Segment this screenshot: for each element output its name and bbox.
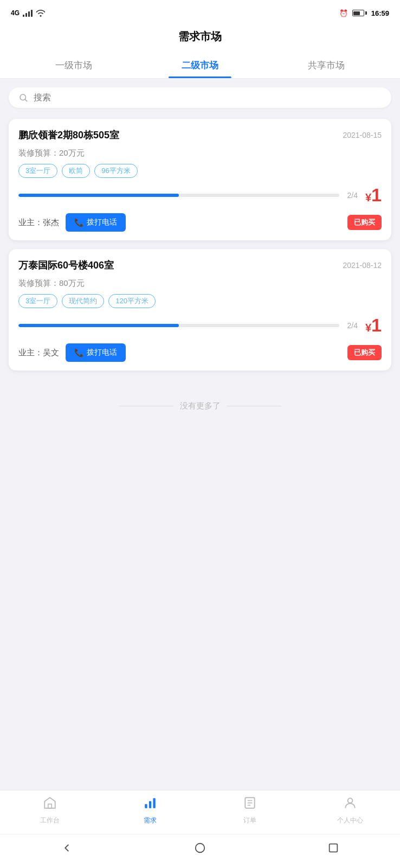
card1-call-button[interactable]: 📞 拨打电话 xyxy=(66,213,126,232)
tab-second-market[interactable]: 二级市场 xyxy=(137,52,263,78)
card2-tag-2: 120平方米 xyxy=(108,294,156,308)
card2-date: 2021-08-12 xyxy=(343,261,382,270)
phone-icon-2: 📞 xyxy=(74,348,83,357)
status-bar: 4G ⏰ 16:59 xyxy=(0,0,400,24)
card2-progress-text: 2/4 xyxy=(347,321,357,330)
card1-price: ¥1 xyxy=(365,184,382,206)
card2-footer: 业主：吴文 📞 拨打电话 已购买 xyxy=(18,343,382,362)
nav-demand-label: 需求 xyxy=(144,816,157,825)
card1-tag-0: 3室一厅 xyxy=(18,164,57,178)
nav-profile[interactable]: 个人中心 xyxy=(328,796,372,825)
tabs-container: 一级市场 二级市场 共享市场 xyxy=(0,52,400,79)
card1-header: 鹏欣领誉2期80栋505室 2021-08-15 xyxy=(18,129,382,142)
home-button[interactable] xyxy=(194,842,206,857)
nav-orders[interactable]: 订单 xyxy=(228,796,272,825)
no-more-indicator: 没有更多了 xyxy=(9,379,391,422)
bottom-nav: 工作台 需求 订单 个人中心 xyxy=(0,790,400,834)
card1-title: 鹏欣领誉2期80栋505室 xyxy=(18,129,119,142)
listing-card-2: 万泰国际60号楼406室 2021-08-12 装修预算：80万元 3室一厅 现… xyxy=(9,249,391,371)
card1-progress-row: 2/4 ¥1 xyxy=(18,184,382,206)
card2-purchased-badge: 已购买 xyxy=(347,345,382,360)
signal-bars-icon xyxy=(23,9,33,17)
card1-tag-2: 96平方米 xyxy=(94,164,137,178)
card2-budget: 装修预算：80万元 xyxy=(18,278,382,289)
profile-icon xyxy=(343,796,357,814)
demand-icon xyxy=(143,796,157,814)
card2-tag-0: 3室一厅 xyxy=(18,294,57,308)
nav-demand[interactable]: 需求 xyxy=(128,796,172,825)
card2-owner: 业主：吴文 xyxy=(18,348,59,358)
nav-orders-label: 订单 xyxy=(243,816,256,825)
home-icon xyxy=(43,796,57,814)
card1-budget: 装修预算：20万元 xyxy=(18,148,382,158)
phone-icon: 📞 xyxy=(74,218,83,227)
spacer xyxy=(0,609,400,790)
svg-rect-11 xyxy=(330,844,338,852)
card1-tag-1: 欧简 xyxy=(62,164,90,178)
time-display: 16:59 xyxy=(371,9,389,17)
card2-progress-fill xyxy=(18,324,179,327)
nav-workbench[interactable]: 工作台 xyxy=(28,796,72,825)
card2-progress-row: 2/4 ¥1 xyxy=(18,315,382,336)
card2-price: ¥1 xyxy=(365,315,382,336)
svg-rect-2 xyxy=(145,804,147,808)
alarm-icon: ⏰ xyxy=(339,9,348,17)
search-box xyxy=(9,87,391,108)
card2-tag-1: 现代简约 xyxy=(62,294,104,308)
signal-text: 4G xyxy=(11,9,20,17)
search-container xyxy=(0,79,400,113)
status-right: ⏰ 16:59 xyxy=(339,9,389,17)
no-more-line-left xyxy=(119,406,173,406)
back-button[interactable] xyxy=(61,842,73,857)
card1-footer-left: 业主：张杰 📞 拨打电话 xyxy=(18,213,126,232)
svg-rect-1 xyxy=(48,804,52,808)
svg-rect-4 xyxy=(153,798,155,808)
card1-progress-text: 2/4 xyxy=(347,191,357,200)
cards-area: 鹏欣领誉2期80栋505室 2021-08-15 装修预算：20万元 3室一厅 … xyxy=(0,113,400,609)
recents-button[interactable] xyxy=(327,842,339,857)
no-more-line-right xyxy=(227,406,281,406)
orders-icon xyxy=(243,796,257,814)
status-left: 4G xyxy=(11,9,46,17)
card1-progress-bar xyxy=(18,194,339,197)
card2-title: 万泰国际60号楼406室 xyxy=(18,259,114,272)
card2-progress-bar xyxy=(18,324,339,327)
tab-shared-market[interactable]: 共享市场 xyxy=(263,52,389,78)
nav-workbench-label: 工作台 xyxy=(40,816,60,825)
tab-first-market[interactable]: 一级市场 xyxy=(11,52,137,78)
card1-date: 2021-08-15 xyxy=(343,131,382,139)
card1-owner: 业主：张杰 xyxy=(18,218,59,228)
system-nav-bar xyxy=(0,834,400,868)
search-input[interactable] xyxy=(34,93,382,103)
page-header: 需求市场 xyxy=(0,24,400,52)
nav-profile-label: 个人中心 xyxy=(337,816,363,825)
card2-call-button[interactable]: 📞 拨打电话 xyxy=(66,343,126,362)
card1-tags: 3室一厅 欧简 96平方米 xyxy=(18,164,382,178)
card1-purchased-badge: 已购买 xyxy=(347,215,382,230)
listing-card-1: 鹏欣领誉2期80栋505室 2021-08-15 装修预算：20万元 3室一厅 … xyxy=(9,119,391,240)
card1-footer: 业主：张杰 📞 拨打电话 已购买 xyxy=(18,213,382,232)
battery-icon xyxy=(352,10,367,16)
svg-point-9 xyxy=(347,798,352,803)
card2-header: 万泰国际60号楼406室 2021-08-12 xyxy=(18,259,382,272)
card2-tags: 3室一厅 现代简约 120平方米 xyxy=(18,294,382,308)
search-icon xyxy=(18,93,28,103)
wifi-icon xyxy=(36,9,46,17)
card2-footer-left: 业主：吴文 📞 拨打电话 xyxy=(18,343,126,362)
card1-progress-fill xyxy=(18,194,179,197)
svg-point-10 xyxy=(196,844,205,853)
page-title: 需求市场 xyxy=(178,30,222,42)
svg-rect-3 xyxy=(149,801,151,808)
no-more-text: 没有更多了 xyxy=(180,401,221,411)
